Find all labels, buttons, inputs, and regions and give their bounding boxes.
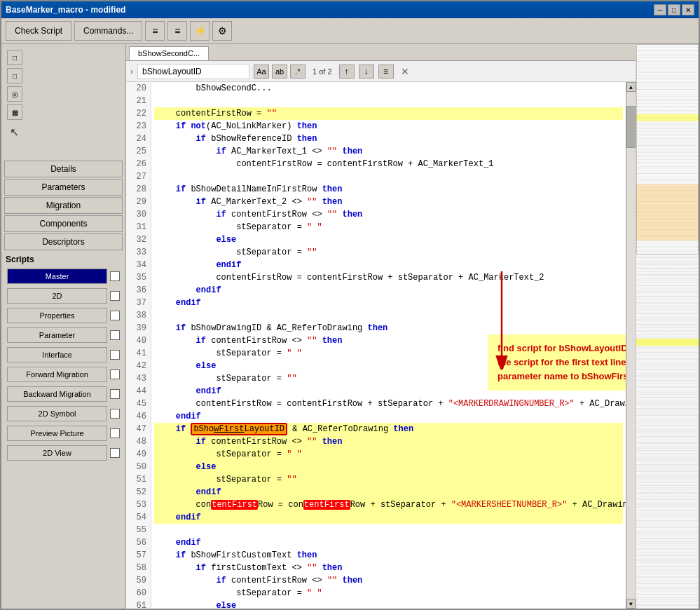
- parameters-button[interactable]: Parameters: [4, 179, 123, 196]
- whole-word-button[interactable]: ab: [272, 65, 287, 79]
- 2d-script-checkbox[interactable]: [110, 291, 120, 301]
- search-count: 1 of 2: [310, 67, 335, 76]
- editor-area: bShowSecondC... › Aa ab .* 1 of 2 ↑ ↓ ≡ …: [126, 44, 636, 609]
- code-line-21: [154, 95, 623, 107]
- sidebar-icon-area: □ □ ◎ ▦ ↖: [4, 47, 123, 159]
- forward-migration-script-checkbox[interactable]: [110, 370, 120, 379]
- sidebar-top-btn-1[interactable]: □: [7, 50, 22, 65]
- code-line-56: endif: [154, 536, 623, 549]
- code-line-39: if bShowDrawingID & AC_ReferToDrawing th…: [154, 322, 623, 334]
- code-line-33: stSeparator = "": [154, 246, 623, 259]
- search-close-button[interactable]: ✕: [398, 66, 412, 77]
- code-line-38: [154, 309, 623, 322]
- code-line-51: stSeparator = "": [154, 473, 623, 486]
- align-right-icon[interactable]: ≡: [167, 21, 187, 41]
- commands-button[interactable]: Commands...: [74, 21, 142, 41]
- script-2d-view: 2D View: [4, 444, 123, 462]
- 2d-view-script-button[interactable]: 2D View: [7, 445, 107, 461]
- minimize-button[interactable]: ─: [654, 4, 666, 15]
- code-line-48: if contentFirstRow <> "" then: [154, 435, 623, 448]
- code-line-24: if bShowReferenceID then: [154, 133, 623, 145]
- search-options: Aa ab .*: [254, 65, 306, 79]
- lightning-icon[interactable]: ⚡: [190, 21, 210, 41]
- code-line-28: if bShowDetailNameInFirstRow then: [154, 183, 623, 196]
- script-2d: 2D: [4, 287, 123, 305]
- code-line-52: endif: [154, 486, 623, 499]
- 2d-script-button[interactable]: 2D: [7, 288, 107, 304]
- interface-script-checkbox[interactable]: [110, 350, 120, 360]
- 2d-symbol-script-button[interactable]: 2D Symbol: [7, 406, 107, 421]
- sidebar-top-btn-4[interactable]: ▦: [7, 104, 22, 120]
- code-line-34: endif: [154, 259, 623, 271]
- parameter-script-checkbox[interactable]: [110, 330, 120, 340]
- script-preview-picture: Preview Picture: [4, 424, 123, 442]
- master-script-checkbox[interactable]: [110, 271, 120, 281]
- code-line-35: contentFirstRow = contentFirstRow + stSe…: [154, 271, 623, 284]
- search-lines-button[interactable]: ≡: [378, 65, 394, 79]
- preview-picture-script-button[interactable]: Preview Picture: [7, 426, 107, 441]
- code-line-60: stSeparator = " ": [154, 587, 623, 599]
- minimap-viewport-indicator[interactable]: [636, 44, 699, 255]
- main-content: □ □ ◎ ▦ ↖ Details Parameters Migration C…: [1, 44, 699, 609]
- search-next-button[interactable]: ↓: [359, 65, 374, 79]
- search-prev-button[interactable]: ↑: [339, 65, 355, 79]
- scroll-track[interactable]: [626, 92, 636, 599]
- code-line-50: else: [154, 461, 623, 473]
- code-line-58: if firstCustomText <> "" then: [154, 562, 623, 574]
- script-master: Master: [4, 267, 123, 285]
- align-left-icon[interactable]: ≡: [145, 21, 165, 41]
- code-line-57: if bShowFirstCustomText then: [154, 549, 623, 562]
- preview-picture-script-checkbox[interactable]: [110, 428, 120, 438]
- sidebar-top-btn-3[interactable]: ◎: [7, 86, 22, 102]
- 2d-view-script-checkbox[interactable]: [110, 448, 120, 458]
- search-input[interactable]: [137, 64, 249, 79]
- settings-icon[interactable]: ⚙: [212, 21, 232, 41]
- properties-script-checkbox[interactable]: [110, 311, 120, 320]
- code-line-30: if contentFirstRow <> "" then: [154, 208, 623, 221]
- maximize-button[interactable]: □: [668, 4, 680, 15]
- forward-migration-script-button[interactable]: Forward Migration: [7, 367, 107, 382]
- code-line-23: if not(AC_NoLinkMarker) then: [154, 120, 623, 133]
- backward-migration-script-checkbox[interactable]: [110, 389, 120, 399]
- code-editor[interactable]: 20 21 22 23 24 25 26 27 28 29 30 31 32 3…: [126, 82, 636, 609]
- scroll-up-button[interactable]: ▲: [626, 82, 636, 92]
- scroll-down-button[interactable]: ▼: [626, 599, 636, 609]
- code-line-29: if AC_MarkerText_2 <> "" then: [154, 196, 623, 208]
- main-window: BaseMarker_macro - modified ─ □ ✕ Check …: [0, 0, 700, 610]
- code-content[interactable]: bShowSecondC... contentFirstRow = "" if …: [151, 82, 626, 609]
- sidebar-top-btn-2[interactable]: □: [7, 68, 22, 83]
- properties-script-button[interactable]: Properties: [7, 308, 107, 323]
- scroll-thumb[interactable]: [626, 106, 636, 148]
- script-properties: Properties: [4, 306, 123, 325]
- script-backward-migration: Backward Migration: [4, 385, 123, 403]
- minimap-highlight-yellow-2: [636, 339, 699, 346]
- code-line-36: endif: [154, 284, 623, 297]
- title-bar-buttons: ─ □ ✕: [654, 4, 694, 15]
- title-bar: BaseMarker_macro - modified ─ □ ✕: [1, 1, 699, 18]
- migration-button[interactable]: Migration: [4, 197, 123, 214]
- interface-script-button[interactable]: Interface: [7, 347, 107, 362]
- annotation-text: find script for bShowLayoutID an copy/pa…: [497, 343, 626, 381]
- active-tab[interactable]: bShowSecondC...: [129, 46, 209, 60]
- backward-migration-script-button[interactable]: Backward Migration: [7, 386, 107, 402]
- components-button[interactable]: Components: [4, 215, 123, 232]
- code-line-32: else: [154, 233, 623, 246]
- descriptors-button[interactable]: Descriptors: [4, 233, 123, 250]
- vertical-scrollbar[interactable]: ▲ ▼: [626, 82, 636, 609]
- check-script-button[interactable]: Check Script: [6, 21, 71, 41]
- 2d-symbol-script-checkbox[interactable]: [110, 409, 120, 419]
- close-button[interactable]: ✕: [682, 4, 694, 15]
- master-script-button[interactable]: Master: [7, 269, 107, 284]
- code-line-26: contentFirstRow = contentFirstRow + AC_M…: [154, 158, 623, 170]
- toolbar: Check Script Commands... ≡ ≡ ⚡ ⚙: [1, 18, 699, 44]
- code-line-45: contentFirstRow = contentFirstRow + stSe…: [154, 398, 623, 410]
- parameter-script-button[interactable]: Parameter: [7, 327, 107, 343]
- code-line-59: if contentFirstRow <> "" then: [154, 574, 623, 587]
- script-2d-symbol: 2D Symbol: [4, 405, 123, 423]
- match-case-button[interactable]: Aa: [254, 65, 269, 79]
- code-line-55: [154, 524, 623, 536]
- search-chevron-icon: ›: [130, 67, 133, 76]
- code-line-22: contentFirstRow = "": [154, 107, 623, 120]
- details-button[interactable]: Details: [4, 161, 123, 177]
- regex-button[interactable]: .*: [290, 65, 306, 79]
